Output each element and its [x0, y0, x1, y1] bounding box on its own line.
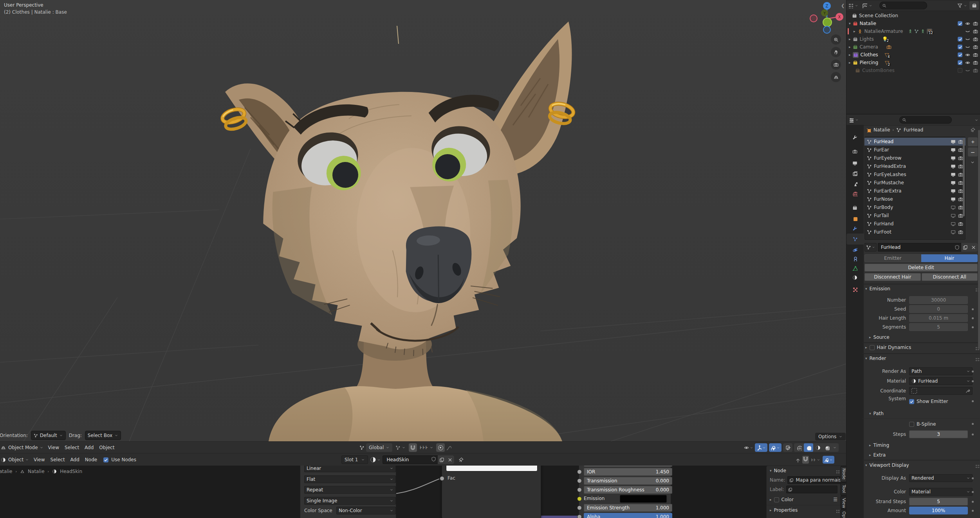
monitor-icon[interactable]: [951, 172, 956, 177]
emission-expand-arrow[interactable]: ▾: [865, 287, 867, 291]
collection-checkbox[interactable]: [958, 60, 962, 65]
color-presets-icon[interactable]: ☰: [833, 497, 837, 502]
disclosure-triangle[interactable]: ▾: [849, 22, 851, 25]
disclosure-triangle[interactable]: ▸: [849, 61, 851, 65]
unlink-settings-button[interactable]: [969, 243, 978, 252]
eye-icon[interactable]: [965, 21, 970, 26]
tab-render[interactable]: [852, 149, 857, 155]
extra-panel-title[interactable]: Extra: [874, 452, 886, 458]
monitor-off-icon[interactable]: [951, 213, 956, 218]
camera-icon[interactable]: [973, 60, 978, 65]
transform-pivot-icon[interactable]: [359, 445, 365, 450]
eyedropper-icon[interactable]: [966, 388, 970, 393]
editor-type-properties-icon[interactable]: [848, 117, 854, 122]
color-space-dropdown[interactable]: Non-Color: [336, 507, 396, 514]
amount-slider[interactable]: 100%: [909, 507, 968, 514]
alpha-socket[interactable]: [577, 514, 582, 518]
shader-menu-view[interactable]: View: [31, 457, 47, 462]
viewport-display-panel-title[interactable]: Viewport Display: [870, 462, 909, 468]
eye-closed-icon[interactable]: [965, 29, 970, 34]
hair-dynamics-checkbox[interactable]: [870, 345, 875, 350]
collection-checkbox[interactable]: [958, 37, 962, 41]
editor-type-dropdown[interactable]: [855, 4, 858, 7]
viewport-camera-button[interactable]: [831, 59, 841, 70]
extension-dropdown[interactable]: Repeat: [304, 486, 396, 494]
principled-bsdf-node[interactable]: Clearcoat Roughness0.030 IOR1.450 Transm…: [579, 466, 671, 518]
monitor-icon[interactable]: [951, 180, 956, 185]
eye-closed-icon[interactable]: [965, 45, 970, 50]
fake-user-icon[interactable]: [955, 245, 960, 250]
list-specials-dropdown[interactable]: [970, 160, 975, 165]
particle-settings-name-field[interactable]: FurHead: [878, 245, 904, 250]
tab-tool[interactable]: [852, 135, 857, 141]
seed-field[interactable]: 0: [909, 305, 968, 313]
tab-constraints[interactable]: [852, 256, 857, 263]
disclosure-triangle[interactable]: ▸: [849, 37, 851, 41]
tab-world[interactable]: [852, 191, 857, 198]
node-color-checkbox[interactable]: [774, 497, 779, 502]
use-nodes-checkbox[interactable]: [103, 457, 108, 462]
transmission-socket[interactable]: [577, 478, 582, 483]
material-dropdown[interactable]: FurHead: [909, 377, 973, 385]
monitor-icon[interactable]: [951, 147, 956, 153]
viewport-display-expand-arrow[interactable]: ▾: [865, 463, 867, 467]
disclosure-triangle[interactable]: ▸: [849, 53, 851, 57]
camera-icon[interactable]: [958, 221, 963, 227]
overlays-toggle[interactable]: [769, 443, 781, 452]
copy-settings-button[interactable]: [961, 243, 969, 252]
tab-view-layer[interactable]: [852, 171, 857, 177]
outliner-row-scene-collection[interactable]: Scene Collection: [846, 12, 980, 20]
n-panel-tab-view[interactable]: View: [840, 496, 846, 509]
shading-wireframe-button[interactable]: [795, 445, 803, 450]
properties-options-dropdown[interactable]: [975, 118, 978, 122]
emission-panel-title[interactable]: Emission: [870, 286, 890, 291]
bsdf-row-transmission[interactable]: Transmission0.000: [584, 477, 672, 485]
type-emitter-button[interactable]: Emitter: [864, 254, 921, 262]
viewport-3d[interactable]: User Perspective (2) Clothes | Natalie :…: [0, 0, 846, 441]
eye-icon[interactable]: [965, 60, 970, 65]
shader-editor-canvas[interactable]: atalie › Natalie › HeadSkin Linear Flat …: [0, 466, 846, 518]
outliner-row-piercing[interactable]: ▸ Piercing ▽2: [846, 59, 980, 67]
shader-menu-select[interactable]: Select: [48, 457, 67, 462]
image-texture-node[interactable]: Linear Flat Repeat Single Image Color Sp…: [300, 466, 396, 518]
collection-checkbox[interactable]: [958, 52, 962, 57]
colorramp-node[interactable]: Fac: [442, 466, 541, 518]
list-remove-button[interactable]: −: [968, 147, 978, 156]
bsdf-row-transmission-roughness[interactable]: Transmission Roughness0.000: [584, 486, 672, 494]
coordinate-system-field[interactable]: [909, 387, 973, 395]
color-dropdown[interactable]: Material: [909, 488, 973, 496]
monitor-off-icon[interactable]: [951, 230, 956, 235]
camera-icon[interactable]: [973, 29, 978, 34]
viewport-perspective-button[interactable]: [831, 72, 841, 82]
mode-dropdown[interactable]: Object Mode: [7, 445, 45, 450]
proportional-editing-toggle[interactable]: [436, 443, 445, 452]
breadcrumb-object[interactable]: Natalie: [874, 127, 890, 133]
camera-icon[interactable]: [973, 52, 978, 58]
camera-icon[interactable]: [973, 45, 978, 50]
color-expand-arrow[interactable]: ▸: [770, 498, 772, 502]
particle-system-row[interactable]: FurHeadExtra: [864, 162, 966, 170]
camera-icon[interactable]: [958, 230, 963, 235]
shading-rendered-button[interactable]: [823, 445, 831, 450]
snap-with-dropdown[interactable]: ⊦⊦⊦: [419, 445, 435, 450]
material-slot-dropdown[interactable]: Slot 1: [341, 455, 368, 464]
delete-edit-button[interactable]: Delete Edit: [864, 264, 978, 272]
editor-type-shader-icon[interactable]: [1, 457, 6, 462]
image-source-dropdown[interactable]: Single Image: [304, 497, 396, 505]
source-panel-title[interactable]: Source: [874, 335, 890, 340]
path-expand-arrow[interactable]: ▾: [869, 412, 871, 415]
properties-scrollbar[interactable]: [978, 130, 980, 349]
menu-select[interactable]: Select: [62, 445, 81, 450]
snap-toggle[interactable]: [409, 443, 417, 452]
outliner-row-nataliearmature[interactable]: ▸ NatalieArmature ▽12: [846, 27, 980, 35]
collection-checkbox[interactable]: [958, 45, 962, 49]
bsdf-row-emission-strength[interactable]: Emission Strength1.000: [584, 504, 672, 512]
list-scrollbar[interactable]: [963, 138, 965, 216]
hair-dynamics-expand-arrow[interactable]: ▸: [865, 345, 867, 349]
shading-dropdown[interactable]: [833, 446, 837, 450]
node-parent-icon[interactable]: [795, 457, 800, 462]
hair-dynamics-panel-title[interactable]: Hair Dynamics: [877, 345, 911, 350]
shader-type-dropdown[interactable]: Object: [7, 457, 31, 462]
particle-system-row[interactable]: FurNose: [864, 195, 966, 203]
duplicate-material-button[interactable]: [438, 455, 446, 464]
